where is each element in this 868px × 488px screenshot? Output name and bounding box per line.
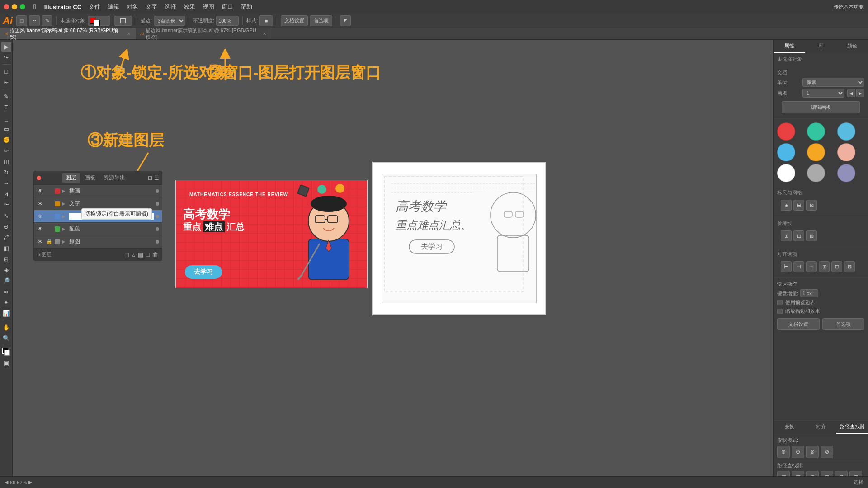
swatch-red[interactable] — [777, 122, 795, 141]
align-right[interactable]: ⊣ — [806, 261, 817, 272]
doc-settings-btn[interactable]: 文档设置 — [281, 15, 308, 26]
expand-text[interactable]: ▶ — [62, 201, 67, 206]
live-paint-tool[interactable]: 🖍 — [1, 232, 11, 242]
new-layer-btn[interactable]: □ — [146, 251, 150, 258]
pen-tool[interactable]: ✎ — [1, 91, 11, 101]
ruler-icon-3[interactable]: ⊠ — [806, 200, 817, 211]
minus-front-btn[interactable]: ⊖ — [792, 446, 804, 458]
window-controls[interactable] — [4, 4, 25, 9]
gradient-tool[interactable]: ◈ — [1, 265, 11, 275]
edit-artboard-btn[interactable]: 编辑画板 — [782, 101, 860, 113]
panel-tab-export[interactable]: 资源导出 — [100, 173, 129, 183]
align-left[interactable]: ⊢ — [781, 261, 792, 272]
artboard-next[interactable]: ▶ — [856, 89, 864, 97]
menu-window[interactable]: 窗口 — [222, 3, 233, 11]
arrange-docs-btn[interactable]: ◤ — [340, 15, 351, 26]
quick-prefs-btn[interactable]: 首选项 — [822, 318, 865, 330]
stroke-color-selector[interactable] — [114, 16, 132, 26]
unit-select[interactable]: 像素 — [802, 78, 864, 87]
swatch-blue[interactable] — [837, 122, 855, 141]
mirror-tool[interactable]: ↔ — [1, 178, 11, 188]
new-layer-from-selection[interactable]: ◻ — [124, 251, 129, 258]
direct-selection-tool[interactable]: ↷ — [1, 52, 11, 62]
style-btn[interactable]: ■ — [259, 15, 273, 26]
maximize-button[interactable] — [20, 4, 25, 9]
bottom-tab-align[interactable]: 对齐 — [805, 421, 837, 434]
blend-tool[interactable]: ∞ — [1, 286, 11, 296]
hand-tool[interactable]: ✋ — [1, 322, 11, 332]
artboard-select[interactable]: 1 — [802, 89, 844, 98]
expand-color[interactable]: ▶ — [62, 226, 67, 231]
zoom-tool[interactable]: 🔍 — [1, 333, 11, 343]
layer-row-original[interactable]: 👁 🔒 ▶ 原图 — [34, 235, 162, 248]
warp-tool[interactable]: 〜 — [1, 200, 11, 210]
workspace-selector[interactable]: 传统基本功能 — [834, 4, 863, 10]
distribute-2[interactable]: ⊟ — [831, 261, 842, 272]
text-tool[interactable]: T — [1, 102, 11, 112]
guide-icon-3[interactable]: ⊠ — [806, 230, 817, 241]
layer-row-illustration[interactable]: 👁 ▶ 插画 — [34, 185, 162, 197]
eye-active[interactable]: 👁 — [37, 213, 44, 220]
arrange-btn[interactable]: ☷ — [29, 15, 40, 26]
opacity-input[interactable] — [216, 16, 239, 26]
rp-tab-properties[interactable]: 属性 — [774, 40, 805, 53]
eye-original[interactable]: 👁 — [37, 239, 44, 245]
menu-effect[interactable]: 效果 — [184, 3, 195, 11]
rotate-tool[interactable]: ↻ — [1, 167, 11, 177]
swatch-purple-gray[interactable] — [837, 164, 855, 182]
symbol-spray-tool[interactable]: ✦ — [1, 297, 11, 307]
close-button[interactable] — [4, 4, 9, 9]
brush-tool-btn[interactable]: ✎ — [42, 15, 52, 26]
pencil-tool[interactable]: ✏ — [1, 145, 11, 155]
perspective-tool[interactable]: ◧ — [1, 243, 11, 253]
eye-illustration[interactable]: 👁 — [37, 188, 44, 194]
move-to-layer[interactable]: ▵ — [132, 251, 135, 258]
duplicate-layer[interactable]: ▤ — [138, 251, 143, 258]
new-doc-btn[interactable]: □ — [16, 15, 27, 26]
delete-layer-btn[interactable]: 🗑 — [152, 251, 158, 258]
exclude-btn[interactable]: ⊘ — [821, 446, 833, 458]
rp-tab-library[interactable]: 库 — [805, 40, 837, 53]
fill-selector[interactable] — [88, 16, 110, 26]
slice-tool[interactable]: ✁ — [1, 77, 11, 87]
artboard-prev[interactable]: ◀ — [847, 89, 855, 97]
swatch-white[interactable] — [777, 164, 795, 182]
canvas-area[interactable]: ①对象-锁定-所选对象 ②窗口-图层打开图层窗口 ③新建图层 图层 画板 — [13, 40, 773, 488]
menu-text[interactable]: 文字 — [146, 3, 157, 11]
rp-tab-color[interactable]: 颜色 — [836, 40, 868, 53]
panel-menu-btn[interactable]: ☰ — [154, 175, 159, 181]
intersect-btn[interactable]: ⊗ — [806, 446, 819, 458]
width-tool[interactable]: ⊿ — [1, 189, 11, 199]
prefs-btn[interactable]: 首选项 — [310, 15, 332, 26]
lock-original[interactable]: 🔒 — [46, 239, 53, 244]
scale-tool[interactable]: ⤡ — [1, 211, 11, 221]
banner-learn-btn[interactable]: 去学习 — [185, 265, 222, 279]
menu-help[interactable]: 帮助 — [241, 3, 252, 11]
swatch-teal[interactable] — [807, 122, 825, 141]
ruler-icon-1[interactable]: ⊞ — [781, 200, 792, 211]
apple-menu[interactable]:  — [33, 3, 36, 11]
zoom-in-btn[interactable]: ▶ — [28, 479, 32, 485]
zoom-value[interactable]: 66.67% — [10, 480, 27, 485]
align-center[interactable]: ⊣ — [793, 261, 804, 272]
menu-view[interactable]: 视图 — [203, 3, 214, 11]
guide-icon-1[interactable]: ⊞ — [781, 230, 792, 241]
distribute-3[interactable]: ⊠ — [844, 261, 855, 272]
eye-color[interactable]: 👁 — [37, 226, 44, 232]
mesh-tool[interactable]: ⊞ — [1, 254, 11, 264]
artboard-tool[interactable]: □ — [1, 66, 11, 76]
guide-icon-2[interactable]: ⊟ — [793, 230, 804, 241]
bottom-tab-pathfinder[interactable]: 路径查找器 — [836, 421, 868, 434]
menu-edit[interactable]: 编辑 — [108, 3, 119, 11]
selection-tool[interactable]: ▶ — [1, 42, 11, 52]
zoom-out-btn[interactable]: ◀ — [5, 479, 8, 485]
column-graph-tool[interactable]: 📊 — [1, 308, 11, 318]
expand-original[interactable]: ▶ — [62, 239, 67, 244]
bottom-tab-transform[interactable]: 变换 — [774, 421, 805, 434]
unite-btn[interactable]: ⊕ — [777, 446, 790, 458]
tab-2[interactable]: Ai 描边风-banner演示稿的副本.ai @ 67% [RGB/GPU 预览… — [136, 28, 271, 39]
tab-1[interactable]: Ai 描边风-banner演示稿.ai @ 66.67% (RGB/GPU预览)… — [0, 28, 136, 39]
distribute-1[interactable]: ⊞ — [819, 261, 830, 272]
layer-row-color[interactable]: 👁 ▶ 配色 — [34, 223, 162, 235]
rect-tool[interactable]: ▭ — [1, 124, 11, 134]
